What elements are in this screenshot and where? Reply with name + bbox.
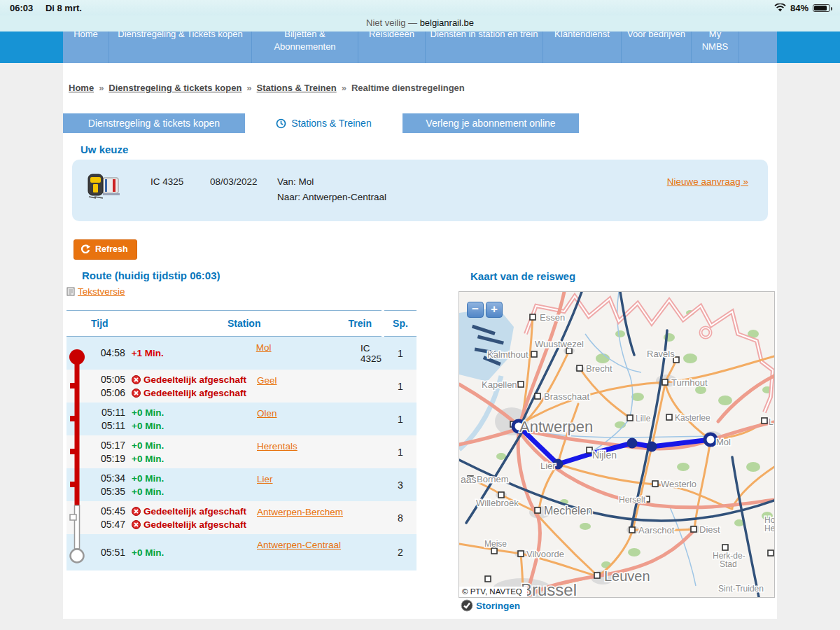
station-link[interactable]: Geel [257,375,277,386]
nav-item-0[interactable]: Home [63,31,109,63]
tab-stations-treinen[interactable]: Stations & Treinen [253,113,394,133]
map-city-label: Turnhout [671,377,708,388]
train-number [362,435,382,468]
delay-status: +0 Min. [132,419,257,433]
text-version-link[interactable]: Tekstversie [78,286,125,297]
delay-status: +0 Min. [132,485,257,498]
map-city-label: Vilvoorde [526,549,564,559]
map-city-label: Ravels [647,349,675,359]
map-city-label: Meise [484,539,507,549]
selection-box: IC 4325 08/03/2022 Van: Mol Naar: Antwer… [72,160,768,221]
stop-time: 05:19 [88,452,125,465]
breadcrumb-link-1[interactable]: Dienstregeling & tickets kopen [108,83,241,93]
station-link[interactable]: Antwerpen-Centraal [257,540,341,550]
refresh-icon [80,244,91,255]
breadcrumb: Home»Dienstregeling & tickets kopen»Stat… [69,83,465,93]
zoom-in-button[interactable]: + [486,302,503,318]
content-area: Home»Dienstregeling & tickets kopen»Stat… [63,63,777,619]
map-station-square [762,418,767,424]
table-rows: 04:58+1 Min.MolIC 4325105:0505:06Gedeelt… [66,337,416,570]
station-link[interactable]: Herentals [257,441,298,451]
stop-time: 05:11 [88,406,125,419]
delay-status: Gedeeltelijk afgeschaft [132,518,257,531]
selection-title: Uw keuze [80,144,128,155]
tab-dienstregeling[interactable]: Dienstregeling & tickets kopen [63,113,245,133]
station-link[interactable]: Olen [257,408,277,419]
storingen-label: Storingen [476,601,520,611]
map-city-label: Brecht [586,363,612,374]
map-city-label: Brasschaat [544,391,589,402]
station-link[interactable]: Mol [256,342,272,353]
train-number [362,501,382,534]
stop-time: 05:47 [88,518,125,531]
map-station-square [629,527,635,533]
map-station-square [587,447,592,453]
platform-number: 2 [384,534,416,570]
map-city-label: Mechelen [544,505,592,517]
map-station-square [691,526,696,532]
platform-number: 1 [384,370,416,402]
nav-item-5[interactable]: Klantendienst [543,31,622,63]
header-station: Station [150,318,280,329]
map-city-label: Kasterlee [675,413,710,423]
nav-item-3[interactable]: Reisideeën [358,31,426,63]
selected-train: IC 4325 [150,176,183,187]
map-station-square [577,365,582,371]
map-station-square [652,481,658,486]
train-number [362,370,382,402]
nav-item-7[interactable]: My NMBS [692,31,739,63]
map-city-label: Willebroek [476,498,519,508]
selected-date: 08/03/2022 [210,176,258,187]
map-station-square [491,548,497,554]
header-train: Trein [280,318,382,329]
cancelled-icon [132,388,141,398]
nav-item-4[interactable]: Diensten in station en trein [426,31,543,63]
route-stop-terminus [705,434,716,445]
train-number [362,468,382,501]
map-city-label: Kalmthout [487,349,528,360]
map-city-label: L [769,417,774,427]
delay-status: +0 Min. [132,472,257,485]
storingen-toggle[interactable]: Storingen [461,599,520,612]
refresh-label: Refresh [95,244,128,254]
breadcrumb-link-0[interactable]: Home [69,83,94,93]
map-station-square [768,550,774,556]
table-row: 05:51+0 Min.Antwerpen-Centraal2 [66,534,416,570]
tab-label: Stations & Treinen [291,118,371,129]
table-row: 05:1705:19+0 Min.+0 Min.Herentals1 [66,435,416,468]
refresh-button[interactable]: Refresh [74,239,137,260]
url-security-warning: Niet veilig [366,18,405,28]
station-link[interactable]: Lier [257,474,273,484]
selected-from: Van: Mol [277,176,314,187]
delay-status: Gedeeltelijk afgeschaft [132,373,257,386]
station-link[interactable]: Antwerpen-Berchem [257,507,343,517]
stop-time: 05:06 [88,386,125,400]
map-station-square [535,393,540,399]
document-icon [66,287,75,296]
platform-number: 1 [384,402,416,435]
map-attribution: © PTV, NAVTEQ [459,587,527,597]
cancelled-icon [132,507,141,516]
nav-item-2[interactable]: Biljetten & Abonnementen [252,31,358,63]
table-row: 05:3405:35+0 Min.+0 Min.Lier3 [66,468,416,501]
stop-time: 05:05 [88,373,125,386]
map-title: Kaart van de reisweg [470,270,575,282]
route-stop-filled [647,442,657,452]
tab-verleng-abonnement[interactable]: Verleng je abonnement online [402,113,579,133]
map-city-label: Brussel [521,580,577,597]
stop-time: 05:34 [88,472,125,485]
cancelled-icon [132,520,141,529]
map-city-label: Stad [720,559,737,569]
breadcrumb-current: Realtime dienstregelingen [351,83,465,93]
stop-time: 05:45 [88,505,125,518]
nav-item-6[interactable]: Voor bedrijven [622,31,692,63]
map-city-label: Nijlen [592,449,617,461]
new-request-link[interactable]: Nieuwe aanvraag » [667,176,748,187]
nav-item-1[interactable]: Dienstregeling & Tickets kopen [109,31,252,63]
zoom-out-button[interactable]: − [467,302,484,318]
breadcrumb-link-2[interactable]: Stations & Treinen [257,83,337,93]
map-container[interactable]: − + [458,291,775,598]
safari-url-bar[interactable]: Niet veilig — belgianrail.be [0,15,840,31]
map-city-label: Essen [540,312,565,323]
route-map: EssenKalmthoutWuustwezelRavelsBrechtKape… [459,292,774,597]
